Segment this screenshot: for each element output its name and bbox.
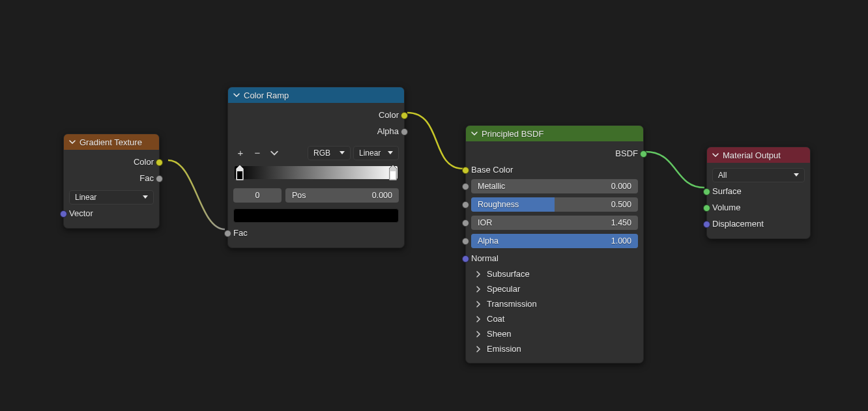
socket-base-color-in[interactable]	[462, 167, 469, 174]
socket-color-out[interactable]	[156, 159, 163, 166]
ramp-stop-color-swatch[interactable]	[233, 208, 399, 223]
chevron-down-icon	[471, 130, 478, 137]
chevron-right-icon	[475, 286, 482, 292]
input-fac: Fac	[233, 225, 399, 241]
chevron-right-icon	[475, 316, 482, 322]
node-principled-bsdf[interactable]: Principled BSDF BSDF Base Color Metallic…	[465, 125, 644, 363]
chevron-down-icon	[794, 173, 799, 177]
chevron-down-icon	[712, 152, 719, 158]
socket-metallic-in[interactable]	[462, 183, 469, 190]
panel-subsurface[interactable]: Subsurface	[471, 266, 638, 281]
output-fac: Fac	[69, 170, 154, 186]
panel-specular[interactable]: Specular	[471, 281, 638, 296]
input-metallic: Metallic 0.000	[471, 178, 638, 194]
ramp-remove-stop-button[interactable]: −	[250, 146, 265, 160]
input-base-color: Base Color	[471, 162, 638, 178]
socket-alpha-out[interactable]	[401, 128, 408, 135]
socket-surface-in[interactable]	[703, 188, 710, 195]
ramp-stop-pos[interactable]: Pos 0.000	[285, 188, 399, 203]
socket-normal-in[interactable]	[462, 255, 469, 262]
output-bsdf: BSDF	[471, 145, 638, 162]
socket-displacement-in[interactable]	[703, 221, 710, 228]
input-vector: Vector	[69, 205, 154, 221]
panel-emission[interactable]: Emission	[471, 341, 638, 356]
panel-sheen[interactable]: Sheen	[471, 326, 638, 341]
input-surface: Surface	[712, 183, 805, 199]
chevron-right-icon	[475, 301, 482, 307]
gradient-type-select[interactable]: Linear	[69, 190, 154, 205]
input-volume: Volume	[712, 199, 805, 216]
ramp-stop-1[interactable]	[389, 165, 397, 180]
socket-volume-in[interactable]	[703, 205, 710, 212]
output-color: Color	[69, 154, 154, 170]
node-title: Material Output	[723, 150, 781, 160]
node-header-output[interactable]: Material Output	[707, 147, 810, 163]
ramp-stop-index[interactable]: 0	[233, 188, 282, 203]
socket-bsdf-out[interactable]	[640, 150, 647, 158]
node-title: Color Ramp	[244, 91, 289, 100]
node-material-output[interactable]: Material Output All Surface Volume Displ…	[706, 147, 811, 239]
output-target-select[interactable]: All	[712, 168, 805, 182]
svg-rect-1	[237, 171, 242, 179]
metallic-slider[interactable]: Metallic 0.000	[471, 179, 638, 193]
input-alpha: Alpha 1.000	[471, 233, 638, 249]
ramp-interp-select[interactable]: Linear	[353, 146, 399, 160]
input-normal: Normal	[471, 250, 638, 266]
input-displacement: Displacement	[712, 216, 805, 232]
panel-coat[interactable]: Coat	[471, 311, 638, 326]
socket-roughness-in[interactable]	[462, 201, 469, 208]
socket-fac-in[interactable]	[224, 230, 231, 237]
ramp-tools-button[interactable]	[267, 146, 282, 160]
chevron-down-icon	[388, 151, 393, 154]
output-color: Color	[233, 107, 399, 123]
socket-vector-in[interactable]	[60, 210, 67, 218]
alpha-slider[interactable]: Alpha 1.000	[471, 234, 638, 248]
ramp-add-stop-button[interactable]: +	[233, 146, 248, 160]
node-title: Gradient Texture	[80, 137, 142, 147]
chevron-right-icon	[475, 271, 482, 277]
node-header-ramp[interactable]: Color Ramp	[228, 87, 404, 103]
chevron-down-icon	[233, 92, 240, 98]
node-gradient-texture[interactable]: Gradient Texture Color Fac Linear Vector	[63, 134, 160, 229]
node-title: Principled BSDF	[482, 129, 543, 139]
roughness-slider[interactable]: Roughness 0.500	[471, 197, 638, 212]
node-color-ramp[interactable]: Color Ramp Color Alpha + − RGB Linear	[227, 87, 405, 248]
input-ior: IOR 1.450	[471, 214, 638, 231]
chevron-right-icon	[475, 346, 482, 352]
color-ramp-gradient[interactable]	[235, 166, 398, 179]
chevron-down-icon	[69, 139, 76, 145]
output-alpha: Alpha	[233, 123, 399, 139]
ior-field[interactable]: IOR 1.450	[471, 216, 638, 230]
chevron-right-icon	[475, 331, 482, 337]
node-header-gradient[interactable]: Gradient Texture	[64, 134, 159, 150]
panel-transmission[interactable]: Transmission	[471, 296, 638, 311]
chevron-down-icon	[143, 195, 148, 199]
input-roughness: Roughness 0.500	[471, 196, 638, 212]
node-header-bsdf[interactable]: Principled BSDF	[466, 126, 643, 141]
socket-ior-in[interactable]	[462, 220, 469, 227]
ramp-mode-select[interactable]: RGB	[308, 146, 351, 160]
ramp-stop-0[interactable]	[236, 165, 244, 180]
socket-alpha-in[interactable]	[462, 238, 469, 245]
socket-fac-out[interactable]	[156, 175, 163, 182]
socket-color-out[interactable]	[401, 112, 408, 119]
chevron-down-icon	[340, 151, 345, 154]
svg-rect-3	[390, 171, 396, 179]
